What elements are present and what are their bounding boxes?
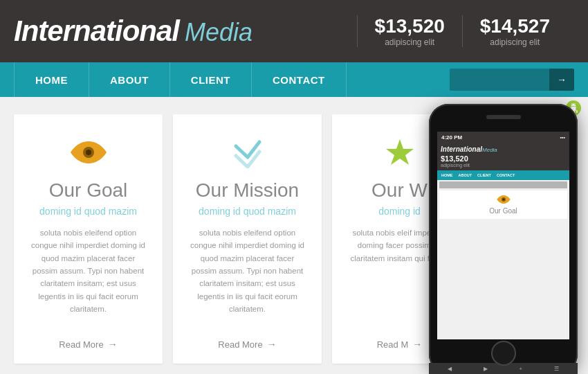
phone-mockup: 4:20 PM ▪▪▪ International Media $13,520 … [429,104,578,374]
card-1-text: soluta nobis eleifend option congue nihi… [31,226,145,326]
phone-time: 4:20 PM [441,134,462,141]
card-2-text: soluta nobis eleifend option congue nihi… [190,226,304,326]
card-1-subtitle: doming id quod mazim [39,206,137,217]
read-more-label-1: Read More [59,339,103,350]
search-button[interactable]: → [549,69,574,91]
stat-1-value: $13,520 [375,15,445,37]
eye-icon-container [70,135,107,170]
logo: International Media [14,15,252,48]
stat-1-label: adipiscing elit [375,37,445,47]
card-2-title: Our Mission [196,180,299,202]
logo-light-text: Media [185,18,252,47]
phone-status-bar: 4:20 PM ▪▪▪ [437,132,569,143]
phone-logo-light: Media [482,147,497,153]
phone-card: Our Goal [439,190,567,219]
phone-add-icon: + [520,366,523,372]
navbar: Home About Client Contact → [0,62,588,97]
stat-2: $14,527 adipiscing elit [462,15,567,47]
phone-stat-value: $13,520 [441,154,566,163]
stat-2-value: $14,527 [480,15,550,37]
phone-nav-about: ABOUT [457,172,475,178]
card-goal: Our Goal doming id quod mazim soluta nob… [14,114,163,364]
card-mission: Our Mission doming id quod mazim soluta … [173,114,322,364]
read-more-arrow-2: → [267,339,277,350]
phone-nav-contact: CONTACT [495,172,517,178]
stats-area: $13,520 adipiscing elit $14,527 adipisci… [357,15,567,47]
phone-stat-label: adipiscing elit [441,163,566,168]
nav-item-client[interactable]: Client [170,62,252,97]
card-3-read-more[interactable]: Read M → [377,339,423,350]
star-icon-container [384,135,416,170]
eye-icon [70,140,107,165]
card-3-title: Our W [371,180,428,202]
card-1-title: Our Goal [49,180,128,202]
phone-outer: 4:20 PM ▪▪▪ International Media $13,520 … [429,104,578,374]
search-area: → [450,69,574,91]
check-icon-container [232,135,264,170]
phone-menu-icon: ☰ [554,366,559,372]
stat-1: $13,520 adipiscing elit [357,15,462,47]
phone-search-bar [439,181,567,188]
stat-2-label: adipiscing elit [480,37,550,47]
card-2-read-more[interactable]: Read More → [218,339,276,350]
star-icon [384,136,416,168]
phone-card-title: Our Goal [443,207,563,215]
nav-item-home[interactable]: Home [14,62,89,97]
svg-point-1 [86,150,91,155]
phone-eye-icon [497,195,511,204]
read-more-arrow-1: → [108,339,118,350]
phone-nav-home: HOME [439,172,455,178]
phone-back-icon: ◀ [448,366,452,372]
logo-bold-text: International [14,15,179,48]
phone-screen: 4:20 PM ▪▪▪ International Media $13,520 … [437,132,569,339]
phone-forward-icon: ▶ [484,366,488,372]
phone-logo-bold: International [441,145,482,153]
card-3-subtitle: doming id [378,206,421,217]
phone-logo-row: International Media [437,143,569,154]
nav-item-contact[interactable]: Contact [252,62,347,97]
main-content: Our Goal doming id quod mazim soluta nob… [0,97,588,374]
svg-point-4 [502,199,504,201]
read-more-arrow-3: → [412,339,422,350]
phone-nav-client: CLIENT [475,172,493,178]
phone-speaker [486,115,521,119]
phone-signal: ▪▪▪ [560,135,565,140]
svg-marker-2 [386,139,414,165]
check-icon [232,136,264,168]
header: International Media $13,520 adipiscing e… [0,0,588,62]
phone-home-button[interactable] [491,341,516,366]
card-1-read-more[interactable]: Read More → [59,339,117,350]
nav-items: Home About Client Contact [14,62,450,97]
phone-stat: $13,520 adipiscing elit [437,154,569,170]
phone-nav: HOME ABOUT CLIENT CONTACT [437,170,569,180]
card-2-subtitle: doming id quod mazim [199,206,296,217]
read-more-label-3: Read M [377,339,409,350]
read-more-label-2: Read More [218,339,262,350]
nav-item-about[interactable]: About [89,62,170,97]
